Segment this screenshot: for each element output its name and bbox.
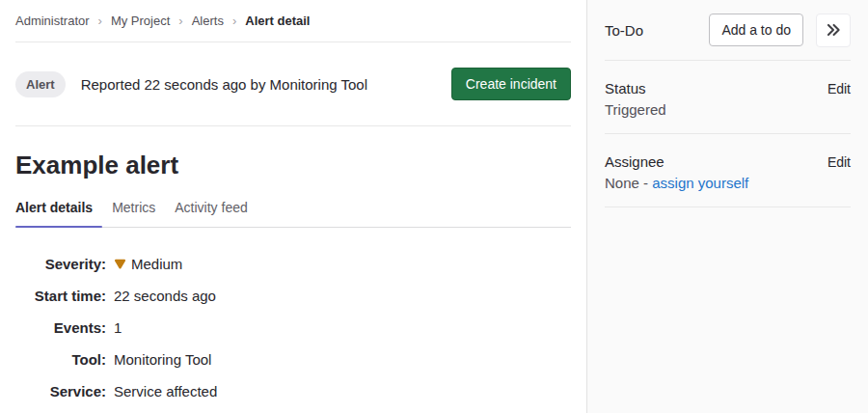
tab-alert-details[interactable]: Alert details — [15, 180, 102, 227]
detail-row-start-time: Start time: 22 seconds ago — [15, 287, 571, 305]
create-incident-button[interactable]: Create incident — [451, 68, 571, 100]
chevron-double-right-icon — [825, 21, 842, 39]
detail-value: 22 seconds ago — [114, 287, 216, 305]
detail-label: Severity: — [15, 255, 106, 273]
alert-detail-main: Administrator › My Project › Alerts › Al… — [0, 0, 586, 413]
todo-label: To-Do — [605, 22, 643, 39]
alert-summary-bar: Alert Reported 22 seconds ago by Monitor… — [15, 42, 571, 126]
breadcrumb-separator-icon: › — [98, 14, 102, 28]
assignee-value: None - assign yourself — [605, 175, 851, 191]
tab-metrics[interactable]: Metrics — [102, 180, 165, 227]
breadcrumb-item-administrator[interactable]: Administrator — [15, 14, 90, 28]
detail-label: Service: — [15, 382, 106, 400]
assignee-none-text: None - — [605, 175, 652, 191]
breadcrumb-separator-icon: › — [232, 14, 236, 28]
alert-details-list: Severity: Medium Start time: 22 seconds … — [15, 255, 571, 400]
assignee-section: Assignee Edit None - assign yourself — [605, 134, 851, 207]
reported-text: Reported 22 seconds ago by Monitoring To… — [81, 76, 367, 93]
status-value: Triggered — [605, 101, 851, 118]
breadcrumb-item-alerts[interactable]: Alerts — [192, 14, 224, 28]
assignee-edit-button[interactable]: Edit — [827, 154, 851, 170]
detail-value: Monitoring Tool — [114, 350, 211, 369]
status-edit-button[interactable]: Edit — [827, 81, 851, 96]
detail-label: Events: — [15, 318, 106, 337]
page-title: Example alert — [15, 150, 571, 180]
breadcrumb-item-my-project[interactable]: My Project — [111, 14, 170, 28]
detail-row-severity: Severity: Medium — [15, 255, 571, 273]
todo-section: To-Do Add a to do — [605, 0, 851, 61]
assignee-label: Assignee — [605, 153, 665, 170]
detail-label: Start time: — [15, 287, 106, 305]
detail-row-service: Service: Service affected — [15, 382, 571, 400]
breadcrumb-separator-icon: › — [178, 14, 182, 28]
detail-row-events: Events: 1 — [15, 318, 571, 337]
collapse-sidebar-button[interactable] — [816, 14, 851, 47]
breadcrumb: Administrator › My Project › Alerts › Al… — [15, 0, 571, 42]
detail-value: 1 — [114, 318, 122, 337]
add-todo-button[interactable]: Add a to do — [709, 14, 803, 46]
tab-activity-feed[interactable]: Activity feed — [165, 180, 257, 227]
alert-type-badge: Alert — [15, 71, 66, 97]
severity-medium-icon — [114, 258, 126, 270]
assign-yourself-link[interactable]: assign yourself — [652, 175, 748, 191]
status-label: Status — [605, 80, 646, 96]
detail-value: Medium — [114, 255, 182, 273]
detail-row-tool: Tool: Monitoring Tool — [15, 350, 571, 369]
right-sidebar: To-Do Add a to do Status Edit Triggered … — [586, 0, 868, 413]
status-section: Status Edit Triggered — [605, 61, 851, 134]
breadcrumb-item-alert-detail: Alert detail — [245, 14, 310, 28]
alert-tabs: Alert details Metrics Activity feed — [15, 180, 571, 228]
detail-label: Tool: — [15, 350, 106, 369]
detail-value: Service affected — [114, 382, 217, 400]
severity-value-text: Medium — [131, 255, 182, 273]
